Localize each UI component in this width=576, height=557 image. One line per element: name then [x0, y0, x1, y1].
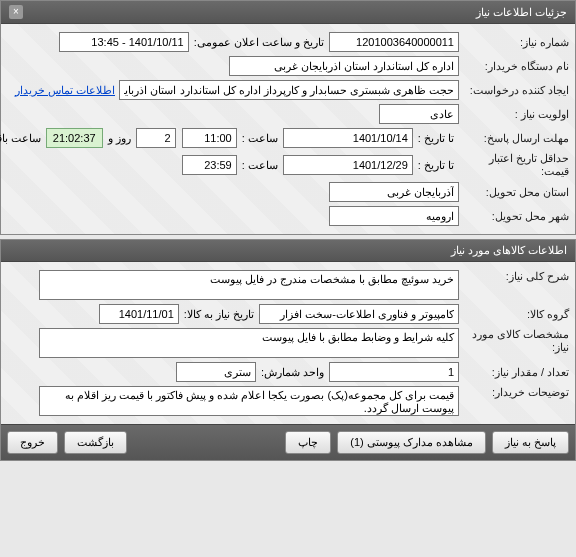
exit-button[interactable]: خروج	[7, 431, 58, 454]
field-pub-datetime[interactable]	[59, 32, 189, 52]
label-spec: مشخصات کالای مورد نیاز:	[459, 328, 569, 354]
label-req-no: شماره نیاز:	[459, 36, 569, 49]
label-days-and: روز و	[103, 132, 136, 145]
field-group[interactable]	[259, 304, 459, 324]
label-requester: ایجاد کننده درخواست:	[459, 84, 569, 97]
details-panel: جزئیات اطلاعات نیاز × شماره نیاز: تاریخ …	[0, 0, 576, 235]
print-button[interactable]: چاپ	[285, 431, 331, 454]
panel-body-main: شماره نیاز: تاریخ و ساعت اعلان عمومی: نا…	[1, 24, 575, 234]
label-to-date-2: تا تاریخ :	[413, 159, 459, 172]
label-remaining: ساعت باقی مانده	[0, 132, 46, 145]
label-summary: شرح کلی نیاز:	[459, 270, 569, 283]
field-city[interactable]	[329, 206, 459, 226]
field-priority[interactable]	[379, 104, 459, 124]
field-deadline-date[interactable]	[283, 128, 413, 148]
label-province: استان محل تحویل:	[459, 186, 569, 199]
label-buyer: نام دستگاه خریدار:	[459, 60, 569, 73]
label-time-2: ساعت :	[237, 159, 283, 172]
label-priority: اولویت نیاز :	[459, 108, 569, 121]
field-deadline-time[interactable]	[182, 128, 237, 148]
field-buyer-notes[interactable]	[39, 386, 459, 416]
label-group: گروه کالا:	[459, 308, 569, 321]
back-button[interactable]: بازگشت	[64, 431, 127, 454]
field-province[interactable]	[329, 182, 459, 202]
field-unit[interactable]	[176, 362, 256, 382]
field-days-left[interactable]	[136, 128, 176, 148]
label-qty: تعداد / مقدار نیاز:	[459, 366, 569, 379]
panel-body-items: شرح کلی نیاز: گروه کالا: تاریخ نیاز به ک…	[1, 262, 575, 424]
items-panel: اطلاعات کالاهای مورد نیاز شرح کلی نیاز: …	[0, 239, 576, 461]
close-icon[interactable]: ×	[9, 5, 23, 19]
label-pub-datetime: تاریخ و ساعت اعلان عمومی:	[189, 36, 329, 49]
label-unit: واحد شمارش:	[256, 366, 329, 379]
link-contact-buyer[interactable]: اطلاعات تماس خریدار	[15, 84, 119, 97]
label-validity: حداقل تاریخ اعتبار قیمت:	[459, 152, 569, 178]
field-summary[interactable]	[39, 270, 459, 300]
field-qty[interactable]	[329, 362, 459, 382]
label-city: شهر محل تحویل:	[459, 210, 569, 223]
label-deadline: مهلت ارسال پاسخ:	[459, 132, 569, 145]
field-need-date[interactable]	[99, 304, 179, 324]
button-bar: پاسخ به نیاز مشاهده مدارک پیوستی (1) چاپ…	[1, 424, 575, 460]
label-to-date-1: تا تاریخ :	[413, 132, 459, 145]
countdown-timer: 21:02:37	[46, 128, 103, 148]
panel-header-items: اطلاعات کالاهای مورد نیاز	[1, 240, 575, 262]
label-time-1: ساعت :	[237, 132, 283, 145]
field-requester[interactable]	[119, 80, 459, 100]
panel-header-main: جزئیات اطلاعات نیاز ×	[1, 1, 575, 24]
reply-button[interactable]: پاسخ به نیاز	[492, 431, 569, 454]
label-buyer-notes: توضیحات خریدار:	[459, 386, 569, 399]
field-validity-date[interactable]	[283, 155, 413, 175]
field-spec[interactable]	[39, 328, 459, 358]
label-need-date: تاریخ نیاز به کالا:	[179, 308, 259, 321]
panel-title-main: جزئیات اطلاعات نیاز	[476, 6, 567, 19]
field-buyer[interactable]	[229, 56, 459, 76]
field-req-no[interactable]	[329, 32, 459, 52]
attachments-button[interactable]: مشاهده مدارک پیوستی (1)	[337, 431, 486, 454]
field-validity-time[interactable]	[182, 155, 237, 175]
panel-title-items: اطلاعات کالاهای مورد نیاز	[451, 244, 567, 257]
